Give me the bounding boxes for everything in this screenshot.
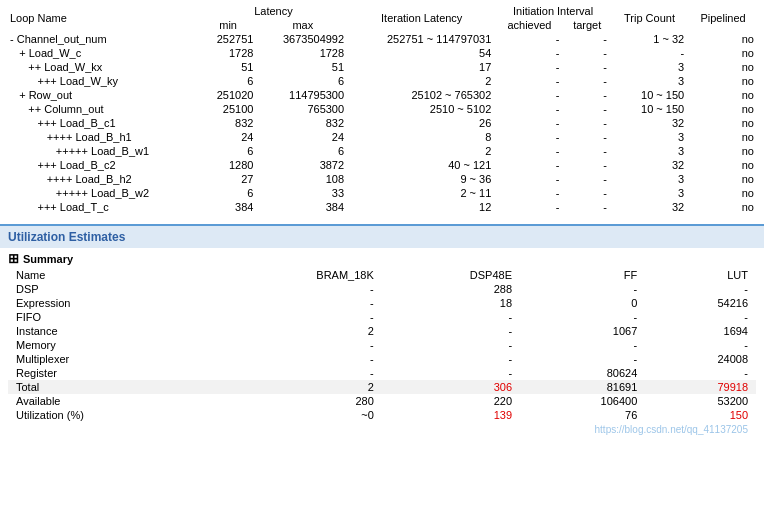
pipelined-cell: no	[688, 32, 758, 46]
trip-count-cell: 3	[611, 130, 688, 144]
pipelined-header: Pipelined	[688, 4, 758, 32]
lat-max-cell: 832	[257, 116, 348, 130]
util-bram-cell: 2	[207, 324, 382, 338]
ii-tgt-cell: -	[564, 32, 611, 46]
iter-lat-cell: 2 ~ 11	[348, 186, 495, 200]
pipelined-cell: no	[688, 88, 758, 102]
util-dsp-cell: -	[382, 324, 520, 338]
util-ff-cell: 80624	[520, 366, 645, 380]
trip-count-cell: 1 ~ 32	[611, 32, 688, 46]
ii-tgt-cell: -	[564, 130, 611, 144]
util-table-row: Available28022010640053200	[8, 394, 756, 408]
ii-tgt-cell: -	[564, 74, 611, 88]
loop-table: Loop Name Latency Iteration Latency Init…	[6, 4, 758, 214]
ii-ach-cell: -	[495, 172, 563, 186]
loop-table-row: ++++ Load_B_h2 27 108 9 ~ 36 - - 3 no	[6, 172, 758, 186]
iter-lat-cell: 2510 ~ 5102	[348, 102, 495, 116]
lat-min-cell: 832	[199, 116, 258, 130]
util-table-row: DSP-288--	[8, 282, 756, 296]
loop-name-cell: + Load_W_c	[6, 46, 199, 60]
loop-table-row: + Load_W_c 1728 1728 54 - - - no	[6, 46, 758, 60]
lat-min-header: min	[199, 18, 258, 32]
lat-min-cell: 384	[199, 200, 258, 214]
lat-min-cell: 27	[199, 172, 258, 186]
pipelined-cell: no	[688, 60, 758, 74]
ii-tgt-cell: -	[564, 60, 611, 74]
util-ff-cell: -	[520, 352, 645, 366]
util-bram-cell: -	[207, 282, 382, 296]
lat-max-cell: 33	[257, 186, 348, 200]
util-name-cell: Instance	[8, 324, 207, 338]
loop-name-cell: ++++ Load_B_h1	[6, 130, 199, 144]
pipelined-cell: no	[688, 144, 758, 158]
iter-lat-cell: 2	[348, 74, 495, 88]
ii-ach-cell: -	[495, 74, 563, 88]
util-name-cell: Memory	[8, 338, 207, 352]
trip-count-cell: 32	[611, 158, 688, 172]
util-dsp-cell: 18	[382, 296, 520, 310]
trip-count-cell: 32	[611, 116, 688, 130]
ii-tgt-cell: -	[564, 172, 611, 186]
ii-ach-cell: -	[495, 60, 563, 74]
pipelined-cell: no	[688, 186, 758, 200]
ii-ach-cell: -	[495, 102, 563, 116]
util-dsp-cell: 306	[382, 380, 520, 394]
trip-count-header: Trip Count	[611, 4, 688, 32]
util-lut-cell: 24008	[645, 352, 756, 366]
utilization-section: Utilization Estimates ⊞ Summary NameBRAM…	[0, 224, 764, 441]
ii-ach-cell: -	[495, 158, 563, 172]
ii-tgt-cell: -	[564, 46, 611, 60]
lat-max-cell: 1728	[257, 46, 348, 60]
loop-table-row: +++++ Load_B_w2 6 33 2 ~ 11 - - 3 no	[6, 186, 758, 200]
lat-min-cell: 1280	[199, 158, 258, 172]
loop-name-cell: - Channel_out_num	[6, 32, 199, 46]
util-name-cell: Utilization (%)	[8, 408, 207, 422]
lat-min-cell: 252751	[199, 32, 258, 46]
iter-lat-cell: 25102 ~ 765302	[348, 88, 495, 102]
util-ff-cell: 106400	[520, 394, 645, 408]
pipelined-cell: no	[688, 116, 758, 130]
loop-table-row: ++ Load_W_kx 51 51 17 - - 3 no	[6, 60, 758, 74]
util-bram-cell: -	[207, 352, 382, 366]
loop-table-row: +++ Load_B_c1 832 832 26 - - 32 no	[6, 116, 758, 130]
util-dsp-cell: -	[382, 352, 520, 366]
util-bram-cell: -	[207, 296, 382, 310]
ii-ach-cell: -	[495, 88, 563, 102]
util-name-cell: Expression	[8, 296, 207, 310]
ii-tgt-cell: -	[564, 116, 611, 130]
summary-label: Summary	[23, 253, 73, 265]
ii-ach-cell: -	[495, 200, 563, 214]
util-name-cell: Register	[8, 366, 207, 380]
lat-max-cell: 6	[257, 74, 348, 88]
ii-tgt-cell: -	[564, 144, 611, 158]
loop-name-cell: +++++ Load_B_w1	[6, 144, 199, 158]
loop-name-cell: +++ Load_W_ky	[6, 74, 199, 88]
util-table-row: Multiplexer---24008	[8, 352, 756, 366]
pipelined-cell: no	[688, 172, 758, 186]
ii-tgt-cell: -	[564, 186, 611, 200]
ii-tgt-cell: -	[564, 102, 611, 116]
util-lut-cell: 1694	[645, 324, 756, 338]
trip-count-cell: 10 ~ 150	[611, 102, 688, 116]
util-bram-cell: -	[207, 310, 382, 324]
lat-max-cell: 3872	[257, 158, 348, 172]
util-lut-cell: -	[645, 282, 756, 296]
lat-max-cell: 24	[257, 130, 348, 144]
lat-min-cell: 51	[199, 60, 258, 74]
util-ff-cell: 76	[520, 408, 645, 422]
collapse-icon[interactable]: ⊞	[8, 252, 19, 265]
ii-ach-cell: -	[495, 144, 563, 158]
watermark: https://blog.csdn.net/qq_41137205	[8, 422, 756, 437]
loop-table-row: - Channel_out_num 252751 3673504992 2527…	[6, 32, 758, 46]
util-col-header: BRAM_18K	[207, 268, 382, 282]
loop-table-row: ++ Column_out 25100 765300 2510 ~ 5102 -…	[6, 102, 758, 116]
util-table-row: FIFO----	[8, 310, 756, 324]
util-lut-cell: 53200	[645, 394, 756, 408]
loop-name-cell: +++ Load_T_c	[6, 200, 199, 214]
iter-lat-cell: 12	[348, 200, 495, 214]
summary-title: ⊞ Summary	[8, 252, 756, 265]
pipelined-cell: no	[688, 130, 758, 144]
ii-group-header: Initiation Interval	[495, 4, 611, 18]
util-bram-cell: 2	[207, 380, 382, 394]
pipelined-cell: no	[688, 158, 758, 172]
